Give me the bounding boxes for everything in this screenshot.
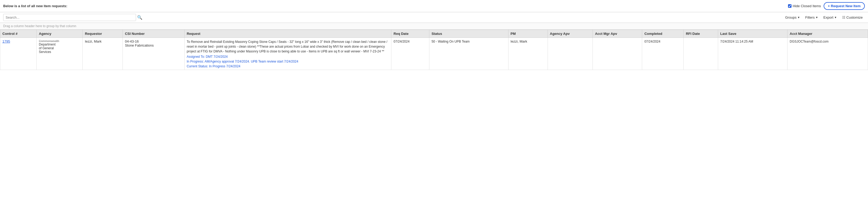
col-request[interactable]: Request xyxy=(184,30,391,38)
completed-date: 07/24/2024 xyxy=(644,39,660,44)
cell-acct-mgr-apv-0 xyxy=(593,38,642,70)
col-pm[interactable]: PM xyxy=(508,30,548,38)
toolbar-right: Groups ▼ Filters ▼ Export ▼ ☷ Customize xyxy=(783,15,865,21)
col-status[interactable]: Status xyxy=(429,30,508,38)
cell-request-0: To Remove and Reinstall Existing Masonry… xyxy=(184,38,391,70)
col-req-date[interactable]: Req Date xyxy=(391,30,429,38)
export-button[interactable]: Export ▼ xyxy=(821,15,839,21)
cell-req-date-0: 07/24/2024 xyxy=(391,38,429,70)
header-actions: Hide Closed Items + Request New Item xyxy=(788,2,865,10)
csi-desc: Stone Fabrications xyxy=(125,44,182,47)
col-acct-mgr-apv[interactable]: Acct Mgr Apv xyxy=(593,30,642,38)
export-chevron-icon: ▼ xyxy=(834,16,837,19)
cell-completed-0: 07/24/2024 xyxy=(642,38,684,70)
page-title: Below is a list of all new item requests… xyxy=(3,4,67,8)
acct-manager-email: DGSJOCTeam@foscd.com xyxy=(789,39,829,44)
col-acct-manager[interactable]: Acct Manager xyxy=(787,30,868,38)
agency-of: of General xyxy=(39,46,80,50)
control-number-link[interactable]: 1795 xyxy=(2,39,10,44)
table-header-row: Control # Agency Requestor CSI Number Re… xyxy=(0,30,868,38)
filters-label: Filters xyxy=(805,16,815,20)
col-control[interactable]: Control # xyxy=(0,30,37,38)
col-agency[interactable]: Agency xyxy=(37,30,83,38)
request-assigned: Assigned To: DMT 7/24/2024 xyxy=(187,55,389,58)
groups-label: Groups xyxy=(785,16,797,20)
agency-dept: Department xyxy=(39,43,80,46)
csi-number: 04-43-16 xyxy=(125,39,182,44)
search-input[interactable] xyxy=(3,14,136,21)
filters-chevron-icon: ▼ xyxy=(815,16,818,19)
search-button[interactable]: 🔍 xyxy=(137,15,143,20)
hide-closed-text: Hide Closed Items xyxy=(793,4,821,8)
request-progress: In Progress: AM/Agency approval 7/24/202… xyxy=(187,60,389,63)
cell-acct-manager-0: DGSJOCTeam@foscd.com xyxy=(787,38,868,70)
status-value: 50 - Waiting On UPB Team xyxy=(432,39,469,44)
agency-services: Services xyxy=(39,50,80,54)
filters-button[interactable]: Filters ▼ xyxy=(803,15,820,21)
table-container: Control # Agency Requestor CSI Number Re… xyxy=(0,30,868,70)
cell-rfi-date-0 xyxy=(684,38,718,70)
cell-agency-0: Commonwoalth Department of General Servi… xyxy=(37,38,83,70)
col-requestor[interactable]: Requestor xyxy=(83,30,123,38)
request-new-button[interactable]: + Request New Item xyxy=(824,2,865,10)
customize-icon: ☷ xyxy=(842,16,845,20)
hide-closed-label[interactable]: Hide Closed Items xyxy=(788,4,821,8)
cell-control-0[interactable]: 1795 xyxy=(0,38,37,70)
hide-closed-checkbox[interactable] xyxy=(788,4,792,8)
requestor-name: Iezzi, Mark xyxy=(85,39,101,44)
cell-requestor-0: Iezzi, Mark xyxy=(83,38,123,70)
agency-name-strikethrough: Commonwoalth xyxy=(39,39,80,43)
groups-chevron-icon: ▼ xyxy=(797,16,800,19)
header-bar: Below is a list of all new item requests… xyxy=(0,0,868,12)
groups-button[interactable]: Groups ▼ xyxy=(783,15,802,21)
col-agency-apv[interactable]: Agency Apv xyxy=(548,30,593,38)
pm-name: Iezzi, Mark xyxy=(510,39,527,44)
cell-last-save-0: 7/24/2024 11:14:25 AM xyxy=(718,38,787,70)
drag-hint: Drag a column header here to group by th… xyxy=(0,23,868,30)
table-row: 1795 Commonwoalth Department of General … xyxy=(0,38,868,70)
cell-pm-0: Iezzi, Mark xyxy=(508,38,548,70)
export-label: Export xyxy=(824,16,833,20)
request-current-status: Current Status: In Progress 7/24/2024 xyxy=(187,64,389,68)
customize-label: Customize xyxy=(846,16,863,20)
customize-button[interactable]: ☷ Customize xyxy=(840,15,865,21)
col-rfi-date[interactable]: RFI Date xyxy=(684,30,718,38)
req-date: 07/24/2024 xyxy=(394,39,409,44)
search-left: 🔍 xyxy=(3,14,783,21)
last-save-value: 7/24/2024 11:14:25 AM xyxy=(720,39,753,44)
cell-csi-0: 04-43-16 Stone Fabrications xyxy=(123,38,184,70)
main-table: Control # Agency Requestor CSI Number Re… xyxy=(0,30,868,70)
search-bar: 🔍 Groups ▼ Filters ▼ Export ▼ ☷ Customiz… xyxy=(0,12,868,23)
col-csi[interactable]: CSI Number xyxy=(123,30,184,38)
col-last-save[interactable]: Last Save xyxy=(718,30,787,38)
cell-agency-apv-0 xyxy=(548,38,593,70)
col-completed[interactable]: Completed xyxy=(642,30,684,38)
request-main-text: To Remove and Reinstall Existing Masonry… xyxy=(187,39,389,54)
cell-status-0: 50 - Waiting On UPB Team xyxy=(429,38,508,70)
